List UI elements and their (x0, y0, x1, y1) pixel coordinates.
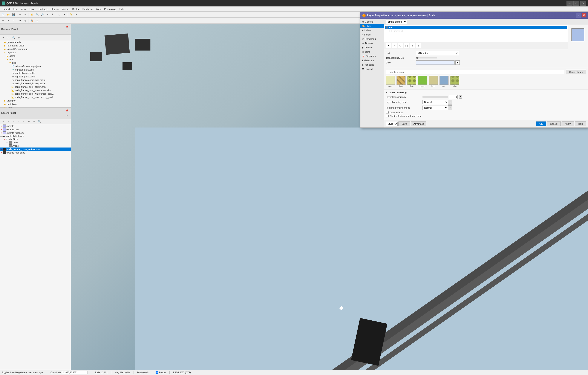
layer-item-extents-max-copy[interactable]: ✕ extents-max copy (0, 151, 71, 154)
layer-btn[interactable]: ≣ (35, 18, 40, 23)
menu-edit[interactable]: Edit (12, 6, 19, 11)
edit-btn[interactable]: ✏ (1, 18, 6, 23)
pan-btn[interactable]: ✋ (30, 12, 34, 17)
browser-item-qgs[interactable]: 🗺 nightcall-paris.qgs (0, 68, 71, 71)
layer-item-extents[interactable]: ✕ extents (0, 124, 71, 128)
layer-collapse-btn[interactable]: ⊟ (32, 119, 37, 124)
symbol-props-btn[interactable]: ⬚ (404, 43, 409, 48)
feature-blending-select[interactable]: Normal (422, 106, 448, 110)
measure-btn[interactable]: 📏 (69, 12, 74, 17)
node-tool-btn[interactable]: ◎ (23, 18, 28, 23)
browser-item-waterareas-gen0[interactable]: 📐 paris_france_osm_waterareas_gen0. (0, 92, 71, 96)
menu-processing[interactable]: Processing (103, 6, 117, 11)
browser-item-waterareas[interactable]: 📐 paris_france_osm_waterareas.shp (0, 89, 71, 92)
menu-database[interactable]: Database (81, 6, 94, 11)
layer-item-areas[interactable]: — Areas (0, 144, 71, 148)
menu-layer[interactable]: Layer (28, 6, 37, 11)
apply-btn[interactable]: Apply (562, 121, 574, 126)
layers-pin-btn[interactable]: 📌 (65, 108, 69, 113)
layer-item-highway[interactable]: — ▶ nightcall-highway (0, 135, 71, 138)
sidebar-style[interactable]: 🎨 Style (360, 24, 384, 28)
sidebar-fields[interactable]: ≡ Fields (360, 32, 384, 37)
unit-select[interactable]: Millimeter (416, 51, 459, 55)
sidebar-metadata[interactable]: ℹ Metadata (360, 58, 384, 63)
remove-symbol-btn[interactable]: − (392, 43, 397, 48)
browser-item-nightcall[interactable]: ▼ nightcall (0, 51, 71, 54)
zoom-extent-btn[interactable]: ⊕ (45, 12, 50, 17)
new-project-btn[interactable]: 📄 (1, 12, 6, 17)
browser-item-prompter[interactable]: ▶ prompter (0, 99, 71, 102)
layer-item-extents-max[interactable]: ✕ extents-max (0, 128, 71, 131)
style-select[interactable]: Style (386, 122, 398, 126)
browser-item-sqlite3[interactable]: 🗃 paris_france.origin.map.sqlite (0, 78, 71, 82)
browser-add-btn[interactable]: + (1, 35, 6, 40)
browser-item-game[interactable]: ▶ game (0, 54, 71, 58)
menu-plugins[interactable]: Plugins (49, 6, 60, 11)
browser-filter-btn[interactable]: 🔍 (11, 35, 16, 40)
dialog-close-btn[interactable]: ✕ (582, 13, 586, 17)
cancel-btn[interactable]: Cancel (547, 121, 561, 126)
browser-pin-btn[interactable]: 📌 (65, 24, 69, 29)
control-rendering-checkbox[interactable] (386, 115, 388, 118)
feature-blending-dropdown[interactable]: ▼ (448, 105, 452, 110)
layer-transparency-slider[interactable] (422, 96, 448, 98)
browser-item-sqlite4[interactable]: 🗃 paris_france.origin.map.sqlite (0, 82, 71, 85)
zoom-out-btn[interactable]: 🔎 (40, 12, 45, 17)
layer-remove-btn[interactable]: − (6, 119, 11, 124)
symbol-item-land[interactable]: land (429, 76, 438, 87)
coordinate-input[interactable] (62, 371, 87, 374)
symbol-item-corn[interactable]: corn (386, 76, 395, 87)
maximize-button[interactable]: □ (573, 1, 579, 6)
open-project-btn[interactable]: 📂 (6, 12, 11, 17)
symbol-item-green[interactable]: green (418, 76, 427, 87)
sidebar-legend[interactable]: ≣ Legend (360, 67, 384, 71)
menu-project[interactable]: Project (1, 6, 12, 11)
color-swatch[interactable] (416, 60, 454, 65)
blending-dropdown[interactable]: ▼ (448, 100, 452, 105)
symbol-item-diagc[interactable]: diagc (397, 76, 406, 87)
select-btn[interactable]: ⬚ (57, 12, 62, 17)
close-button[interactable]: ✕ (580, 1, 586, 6)
browser-item-gustave[interactable]: ▶ gustave-unity (0, 40, 71, 44)
move-feature-btn[interactable]: ↔ (11, 18, 16, 23)
browser-refresh-btn[interactable]: ↻ (6, 35, 11, 40)
symbol-tree-simple-fill[interactable]: Simple fill (385, 29, 567, 33)
menu-help[interactable]: Help (118, 6, 126, 11)
browser-item-sqlite2[interactable]: 🗃 nightcall-paris.sqlite (0, 75, 71, 78)
zoom-in-btn[interactable]: 🔍 (35, 12, 40, 17)
help-btn[interactable]: Help (575, 121, 586, 126)
symbol-item-wine[interactable]: wine (450, 76, 459, 87)
layer-group-btn[interactable]: ≡ (21, 119, 26, 124)
browser-item-sqlite1[interactable]: 🗃 nightcall-paris.sqlite (0, 71, 71, 75)
symbols-filter-input[interactable] (386, 70, 564, 74)
advanced-btn[interactable]: Advanced (411, 121, 426, 126)
layer-item-extents-fullzoom[interactable]: ✕ extents-fullzoom (0, 131, 71, 135)
symbol-tree-fill[interactable]: Fill (385, 26, 567, 29)
browser-item-qgis[interactable]: ▼ qgis (0, 61, 71, 64)
menu-view[interactable]: View (19, 6, 28, 11)
browser-collapse-btn[interactable]: ⊟ (16, 35, 21, 40)
ok-btn[interactable]: OK (536, 121, 546, 126)
sidebar-diagrams[interactable]: 📊 Diagrams (360, 54, 384, 58)
layer-down-btn[interactable]: ↓ (16, 119, 21, 124)
sidebar-general[interactable]: ⚙ General (360, 20, 384, 24)
menu-web[interactable]: Web (94, 6, 103, 11)
transparency-spin-down[interactable]: ▼ (459, 97, 462, 99)
browser-item-waterareas-gen1[interactable]: 📐 paris_france_osm_waterareas_gen1. (0, 96, 71, 99)
transparency-spin-up[interactable]: ▲ (459, 95, 462, 97)
browser-item-admin[interactable]: 📐 paris_france_osm_admin.shp (0, 85, 71, 89)
digitize-btn[interactable]: ◆ (18, 18, 22, 23)
layer-filter-btn[interactable]: 🔍 (37, 119, 42, 124)
browser-item-ludum[interactable]: ▶ ludum37-horrorsaga (0, 47, 71, 51)
deselect-btn[interactable]: ✕ (62, 12, 67, 17)
browser-item-geojson[interactable]: 📄 extents-fullzoom.geojson (0, 64, 71, 68)
move-down-btn[interactable]: ↓ (416, 43, 421, 48)
save-btn[interactable]: Save (399, 121, 410, 126)
layer-transparency-input[interactable] (449, 95, 458, 99)
menu-raster[interactable]: Raster (70, 6, 81, 11)
layers-close-btn[interactable]: ✕ (65, 113, 69, 118)
symbol-item-wate[interactable]: wate (440, 76, 449, 87)
transparency-slider[interactable] (416, 57, 437, 58)
dialog-help-btn[interactable]: ? (576, 13, 581, 18)
minimize-button[interactable]: ─ (567, 1, 573, 6)
